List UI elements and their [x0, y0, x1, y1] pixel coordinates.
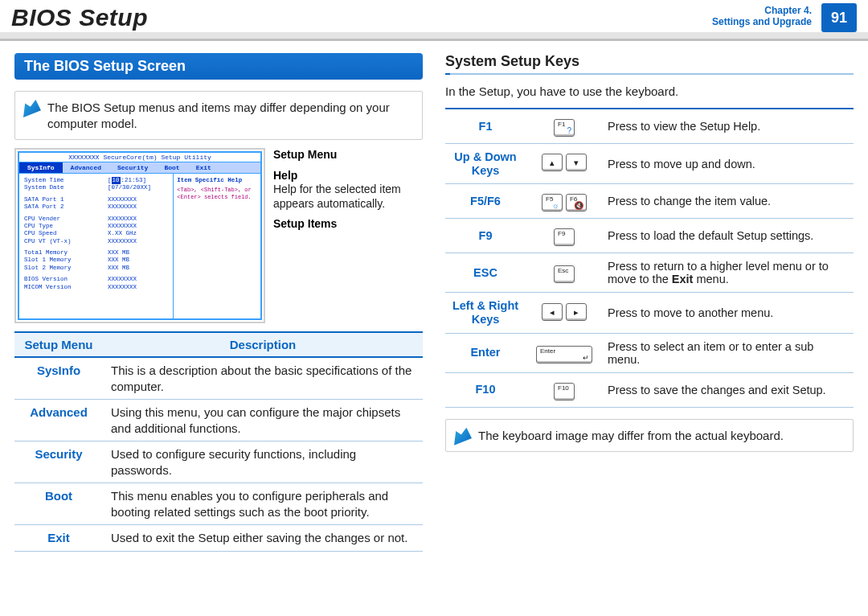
bios-row: CPU SpeedX.XX GHz	[24, 230, 168, 237]
bios-help-hint: <Tab>, <Shift-Tab>, or <Enter> selects f…	[177, 187, 257, 201]
chapter-line2: Settings and Upgrade	[712, 16, 812, 27]
menu-desc: This menu enables you to configure perip…	[103, 483, 423, 525]
bios-tab-security: Security	[109, 162, 156, 173]
bios-callouts: Setup Menu Help Help for the selected it…	[273, 148, 423, 323]
key-caps: F10	[526, 372, 603, 407]
menu-desc: Using this menu, you can configure the m…	[103, 400, 423, 441]
bios-tab-sysinfo: SysInfo	[19, 162, 63, 173]
key-caps: F1?	[526, 109, 603, 144]
menu-header-name: Setup Menu	[14, 332, 103, 357]
key-name: F10	[445, 372, 526, 407]
bios-row: System Date[07/30/20XX]	[24, 184, 168, 191]
key-desc: Press to save the changes and exit Setup…	[603, 372, 854, 407]
key-name: F1	[445, 109, 526, 144]
menu-header-desc: Description	[103, 332, 423, 357]
keycap: Esc	[554, 265, 575, 283]
menu-name: Advanced	[14, 400, 103, 441]
keycap: ◂	[542, 303, 563, 321]
table-row: Left & RightKeys◂▸Press to move to anoth…	[445, 293, 854, 333]
section-title-left: The BIOS Setup Screen	[14, 53, 423, 80]
bios-tabs: SysInfoAdvancedSecurityBootExit	[19, 162, 260, 174]
chapter-line1: Chapter 4.	[764, 5, 812, 16]
section-underline	[445, 73, 854, 75]
section-title-right: System Setup Keys	[445, 53, 854, 70]
key-desc: Press to return to a higher level menu o…	[603, 253, 854, 293]
callout-help-body: Help for the selected item appears autom…	[273, 183, 401, 210]
table-row: F5/F6F5☼F6🔇Press to change the item valu…	[445, 184, 854, 219]
bios-left-panel: System Time[10:21:53]System Date[07/30/2…	[19, 174, 174, 318]
bios-tab-boot: Boot	[156, 162, 187, 173]
menu-name: Boot	[14, 483, 103, 525]
keycap: F9	[554, 228, 575, 246]
key-caps: Enter↵	[526, 333, 603, 372]
left-column: The BIOS Setup Screen The BIOS Setup men…	[14, 53, 423, 552]
bios-help-panel: Item Specific Help <Tab>, <Shift-Tab>, o…	[174, 174, 260, 318]
keys-intro: In the Setup, you have to use the keyboa…	[445, 84, 854, 98]
bios-screenshot: XXXXXXXX SecureCore(tm) Setup Utility Sy…	[14, 148, 265, 323]
keycap: F5☼	[542, 194, 563, 211]
key-desc: Press to move to another menu.	[603, 293, 854, 333]
keycap: ▴	[542, 154, 563, 171]
key-name: Enter	[445, 333, 526, 372]
keycap: ▾	[566, 154, 587, 171]
table-row: F1F1?Press to view the Setup Help.	[445, 109, 854, 144]
menu-name: SysInfo	[14, 357, 103, 400]
table-row: SysInfoThis is a description about the b…	[14, 357, 423, 400]
key-caps: F5☼F6🔇	[526, 184, 603, 219]
table-row: EnterEnter↵Press to select an item or to…	[445, 333, 854, 372]
menu-desc: Used to configure security functions, in…	[103, 441, 423, 483]
note-keyboard-differ: The keyboard image may differ from the a…	[445, 419, 854, 453]
setup-keys-table: F1F1?Press to view the Setup Help.Up & D…	[445, 108, 854, 408]
keycap: ▸	[566, 303, 587, 321]
bios-row: Slot 2 MemoryXXX MB	[24, 265, 168, 272]
chapter-label: Chapter 4. Settings and Upgrade	[712, 5, 812, 27]
page-number: 91	[821, 3, 857, 32]
key-name: Left & RightKeys	[445, 293, 526, 333]
keycap: F6🔇	[566, 194, 587, 211]
key-caps: Esc	[526, 253, 603, 293]
menu-desc: This is a description about the basic sp…	[103, 357, 423, 400]
key-name: F9	[445, 219, 526, 253]
key-caps: ▴▾	[526, 144, 603, 184]
callout-help-title: Help	[273, 169, 297, 182]
right-column: System Setup Keys In the Setup, you have…	[445, 53, 854, 552]
bios-tab-exit: Exit	[188, 162, 219, 173]
key-caps: ◂▸	[526, 293, 603, 333]
table-row: ESCEscPress to return to a higher level …	[445, 253, 854, 293]
key-name: Up & DownKeys	[445, 144, 526, 184]
keycap: F1?	[554, 119, 575, 137]
table-row: BootThis menu enables you to configure p…	[14, 483, 423, 525]
key-desc: Press to view the Setup Help.	[603, 109, 854, 144]
table-row: F9F9Press to load the default Setup sett…	[445, 219, 854, 253]
bios-row: Total MemoryXXX MB	[24, 249, 168, 257]
key-name: ESC	[445, 253, 526, 293]
menu-desc: Used to exit the Setup either saving the…	[103, 525, 423, 552]
key-name: F5/F6	[445, 184, 526, 219]
menu-name: Security	[14, 441, 103, 483]
bios-row: System Time[10:21:53]	[24, 177, 168, 184]
setup-menu-table: Setup Menu Description SysInfoThis is a …	[14, 331, 423, 552]
bios-help-header: Item Specific Help	[177, 177, 257, 183]
note-model-differ: The BIOS Setup menus and items may diffe…	[14, 91, 423, 140]
bios-row: CPU VT (VT-x)XXXXXXXX	[24, 238, 168, 245]
key-caps: F9	[526, 219, 603, 253]
table-row: SecurityUsed to configure security funct…	[14, 441, 423, 483]
keycap: F10	[554, 383, 575, 400]
menu-name: Exit	[14, 525, 103, 552]
table-row: F10F10Press to save the changes and exit…	[445, 372, 854, 407]
bios-tab-advanced: Advanced	[63, 162, 109, 173]
bios-row: CPU VenderXXXXXXXX	[24, 216, 168, 223]
table-row: AdvancedUsing this menu, you can configu…	[14, 400, 423, 441]
callout-setup-menu: Setup Menu	[273, 148, 337, 161]
bios-row: SATA Port 1XXXXXXXX	[24, 196, 168, 203]
key-desc: Press to select an item or to enter a su…	[603, 333, 854, 372]
bios-row: MICOM VersionXXXXXXXX	[24, 284, 168, 291]
bios-row: Slot 1 MemoryXXX MB	[24, 257, 168, 264]
header-bar: BIOS Setup Chapter 4. Settings and Upgra…	[0, 0, 868, 39]
bios-row: BIOS VersionXXXXXXXX	[24, 276, 168, 283]
table-row: ExitUsed to exit the Setup either saving…	[14, 525, 423, 552]
bios-row: SATA Port 2XXXXXXXX	[24, 203, 168, 211]
bios-row: CPU TypeXXXXXXXX	[24, 223, 168, 230]
key-desc: Press to move up and down.	[603, 144, 854, 184]
table-row: Up & DownKeys▴▾Press to move up and down…	[445, 144, 854, 184]
